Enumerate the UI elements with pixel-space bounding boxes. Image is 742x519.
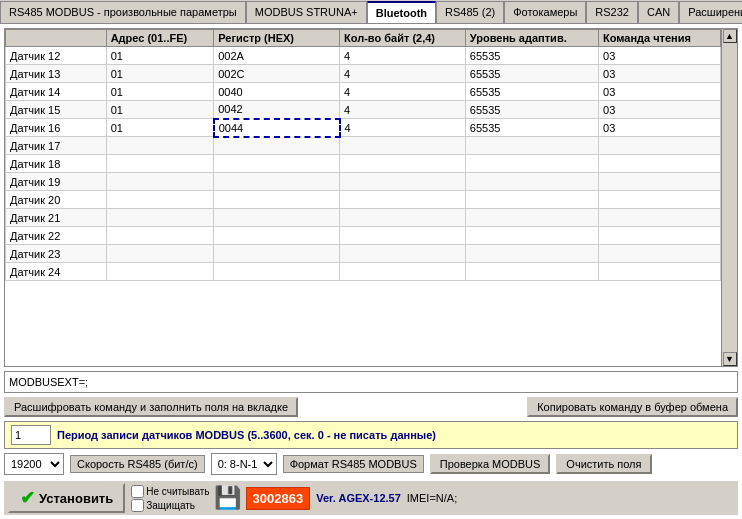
data-cell[interactable]: 65535 bbox=[465, 47, 598, 65]
no-read-checkbox[interactable] bbox=[131, 485, 144, 498]
period-input[interactable] bbox=[11, 425, 51, 445]
data-cell[interactable] bbox=[599, 227, 721, 245]
data-cell[interactable]: 4 bbox=[340, 119, 466, 137]
table-row[interactable]: Датчик 20 bbox=[6, 191, 721, 209]
data-cell[interactable] bbox=[465, 263, 598, 281]
protect-checkbox[interactable] bbox=[131, 499, 144, 512]
data-cell[interactable] bbox=[599, 155, 721, 173]
clear-fields-button[interactable]: Очистить поля bbox=[556, 454, 651, 474]
data-cell[interactable] bbox=[340, 209, 466, 227]
sensor-name-cell[interactable]: Датчик 14 bbox=[6, 83, 107, 101]
data-cell[interactable]: 65535 bbox=[465, 101, 598, 119]
data-cell[interactable]: 01 bbox=[106, 83, 214, 101]
command-input[interactable] bbox=[4, 371, 738, 393]
data-cell[interactable] bbox=[465, 227, 598, 245]
data-cell[interactable]: 01 bbox=[106, 65, 214, 83]
decode-button[interactable]: Расшифровать команду и заполнить поля на… bbox=[4, 397, 298, 417]
protect-checkbox-row[interactable]: Защищать bbox=[131, 499, 209, 512]
data-cell[interactable] bbox=[214, 137, 340, 155]
tab-bluetooth[interactable]: Bluetooth bbox=[367, 1, 436, 23]
sensor-name-cell[interactable]: Датчик 15 bbox=[6, 101, 107, 119]
data-cell[interactable] bbox=[214, 191, 340, 209]
sensor-name-cell[interactable]: Датчик 21 bbox=[6, 209, 107, 227]
data-cell[interactable] bbox=[465, 191, 598, 209]
data-cell[interactable]: 0044 bbox=[214, 119, 340, 137]
sensor-name-cell[interactable]: Датчик 22 bbox=[6, 227, 107, 245]
data-cell[interactable] bbox=[340, 227, 466, 245]
data-cell[interactable] bbox=[214, 263, 340, 281]
install-button[interactable]: ✔ Установить bbox=[8, 483, 125, 513]
data-cell[interactable]: 002A bbox=[214, 47, 340, 65]
sensor-name-cell[interactable]: Датчик 23 bbox=[6, 245, 107, 263]
scrollbar[interactable]: ▲ ▼ bbox=[721, 29, 737, 366]
data-cell[interactable] bbox=[465, 245, 598, 263]
tab-can[interactable]: CAN bbox=[638, 1, 679, 23]
scroll-up[interactable]: ▲ bbox=[723, 29, 737, 43]
data-cell[interactable]: 01 bbox=[106, 101, 214, 119]
table-row[interactable]: Датчик 17 bbox=[6, 137, 721, 155]
data-cell[interactable] bbox=[340, 263, 466, 281]
tab-rs232[interactable]: RS232 bbox=[586, 1, 638, 23]
table-row[interactable]: Датчик 18 bbox=[6, 155, 721, 173]
data-cell[interactable] bbox=[106, 245, 214, 263]
data-cell[interactable] bbox=[599, 137, 721, 155]
data-cell[interactable] bbox=[214, 245, 340, 263]
data-cell[interactable] bbox=[465, 209, 598, 227]
scroll-down[interactable]: ▼ bbox=[723, 352, 737, 366]
data-cell[interactable]: 4 bbox=[340, 65, 466, 83]
data-cell[interactable] bbox=[214, 173, 340, 191]
table-row[interactable]: Датчик 19 bbox=[6, 173, 721, 191]
data-cell[interactable] bbox=[340, 155, 466, 173]
data-cell[interactable] bbox=[599, 191, 721, 209]
table-row[interactable]: Датчик 22 bbox=[6, 227, 721, 245]
data-cell[interactable] bbox=[214, 227, 340, 245]
sensor-name-cell[interactable]: Датчик 19 bbox=[6, 173, 107, 191]
tab-fotokamery[interactable]: Фотокамеры bbox=[504, 1, 586, 23]
data-cell[interactable]: 4 bbox=[340, 101, 466, 119]
data-cell[interactable]: 03 bbox=[599, 47, 721, 65]
data-cell[interactable]: 4 bbox=[340, 47, 466, 65]
copy-button[interactable]: Копировать команду в буфер обмена bbox=[527, 397, 738, 417]
sensor-name-cell[interactable]: Датчик 16 bbox=[6, 119, 107, 137]
data-cell[interactable] bbox=[106, 263, 214, 281]
sensor-name-cell[interactable]: Датчик 13 bbox=[6, 65, 107, 83]
data-cell[interactable]: 01 bbox=[106, 119, 214, 137]
data-cell[interactable]: 0042 bbox=[214, 101, 340, 119]
data-cell[interactable] bbox=[599, 263, 721, 281]
tab-rs485-2[interactable]: RS485 (2) bbox=[436, 1, 504, 23]
data-cell[interactable]: 65535 bbox=[465, 65, 598, 83]
format-select[interactable]: 0: 8-N-1 bbox=[211, 453, 277, 475]
data-cell[interactable] bbox=[106, 191, 214, 209]
data-cell[interactable]: 002C bbox=[214, 65, 340, 83]
no-read-checkbox-row[interactable]: Не считывать bbox=[131, 485, 209, 498]
data-cell[interactable] bbox=[599, 173, 721, 191]
data-cell[interactable] bbox=[214, 209, 340, 227]
data-cell[interactable]: 65535 bbox=[465, 119, 598, 137]
data-cell[interactable] bbox=[214, 155, 340, 173]
table-row[interactable]: Датчик 1501004246553503 bbox=[6, 101, 721, 119]
data-cell[interactable]: 0040 bbox=[214, 83, 340, 101]
data-cell[interactable] bbox=[465, 137, 598, 155]
data-cell[interactable]: 65535 bbox=[465, 83, 598, 101]
table-row[interactable]: Датчик 1201002A46553503 bbox=[6, 47, 721, 65]
data-cell[interactable] bbox=[106, 209, 214, 227]
data-cell[interactable] bbox=[465, 173, 598, 191]
data-cell[interactable] bbox=[106, 137, 214, 155]
sensor-name-cell[interactable]: Датчик 12 bbox=[6, 47, 107, 65]
baud-select[interactable]: 19200 bbox=[4, 453, 64, 475]
data-cell[interactable]: 4 bbox=[340, 83, 466, 101]
data-cell[interactable] bbox=[599, 245, 721, 263]
data-cell[interactable]: 01 bbox=[106, 47, 214, 65]
table-row[interactable]: Датчик 21 bbox=[6, 209, 721, 227]
table-row[interactable]: Датчик 23 bbox=[6, 245, 721, 263]
check-modbus-button[interactable]: Проверка MODBUS bbox=[430, 454, 551, 474]
sensor-name-cell[interactable]: Датчик 17 bbox=[6, 137, 107, 155]
data-cell[interactable] bbox=[340, 245, 466, 263]
data-cell[interactable] bbox=[340, 173, 466, 191]
table-row[interactable]: Датчик 1301002C46553503 bbox=[6, 65, 721, 83]
data-cell[interactable] bbox=[465, 155, 598, 173]
tab-rs485-modbus[interactable]: RS485 MODBUS - произвольные параметры bbox=[0, 1, 246, 23]
data-cell[interactable] bbox=[340, 137, 466, 155]
data-cell[interactable] bbox=[106, 173, 214, 191]
sensor-name-cell[interactable]: Датчик 18 bbox=[6, 155, 107, 173]
